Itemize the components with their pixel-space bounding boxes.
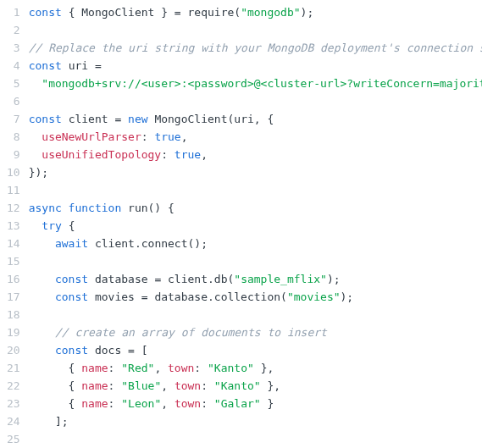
code-line: const { MongoClient } = require("mongodb… bbox=[29, 3, 482, 21]
code-line: { name: "Blue", town: "Kanto" }, bbox=[29, 377, 482, 395]
line-number: 13 bbox=[7, 217, 20, 235]
code-block: 1234567891011121314151617181920212223242… bbox=[0, 0, 482, 448]
code-line: const docs = [ bbox=[29, 341, 482, 359]
code-line bbox=[29, 430, 482, 448]
line-number: 8 bbox=[7, 128, 20, 146]
line-number: 7 bbox=[7, 110, 20, 128]
token-kw: new bbox=[128, 113, 154, 125]
line-number: 24 bbox=[7, 412, 20, 430]
token-pun bbox=[29, 130, 42, 143]
code-line: "mongodb+srv://<user>:<password>@<cluste… bbox=[29, 75, 482, 92]
token-pun bbox=[29, 77, 42, 90]
token-prop: town bbox=[175, 379, 201, 392]
code-line bbox=[29, 252, 482, 270]
token-pun: : bbox=[201, 397, 214, 410]
code-line: const client = new MongoClient(uri, { bbox=[29, 110, 482, 128]
line-number: 1 bbox=[7, 3, 20, 21]
token-pun: run() { bbox=[128, 202, 175, 214]
line-number: 12 bbox=[7, 199, 20, 217]
token-pun: }); bbox=[29, 166, 48, 179]
code-line: async function run() { bbox=[29, 199, 482, 217]
token-pun bbox=[29, 344, 55, 357]
line-number: 25 bbox=[7, 430, 20, 448]
line-number: 11 bbox=[7, 181, 20, 199]
token-prop: town bbox=[168, 362, 194, 374]
line-number: 3 bbox=[7, 39, 20, 57]
code-line bbox=[29, 306, 482, 324]
token-pun: : bbox=[161, 148, 175, 161]
token-prop: name bbox=[81, 362, 108, 374]
token-pun: : bbox=[201, 379, 214, 392]
token-str: "mongodb+srv://<user>:<password>@<cluste… bbox=[42, 77, 482, 90]
code-line: { name: "Leon", town: "Galar" } bbox=[29, 395, 482, 412]
code-line: }); bbox=[29, 163, 482, 181]
token-prop: name bbox=[81, 379, 108, 392]
token-pun: { bbox=[29, 362, 82, 374]
token-pun: movies = database.collection( bbox=[95, 290, 287, 303]
token-decl: const bbox=[29, 113, 69, 125]
token-decl: const bbox=[55, 273, 95, 285]
line-number: 9 bbox=[7, 146, 20, 163]
token-prop: useUnifiedTopology bbox=[42, 148, 161, 161]
token-str: "Blue" bbox=[121, 379, 161, 392]
token-str: "Kanto" bbox=[214, 379, 261, 392]
token-pun bbox=[29, 326, 55, 339]
token-bool: true bbox=[154, 130, 180, 143]
token-pun: , bbox=[161, 397, 175, 410]
token-pun bbox=[29, 290, 55, 303]
token-kw: async function bbox=[29, 202, 128, 214]
token-com: // create an array of documents to inser… bbox=[55, 326, 327, 339]
token-str: "mongodb" bbox=[241, 6, 300, 19]
code-line: const uri = bbox=[29, 57, 482, 75]
line-number: 18 bbox=[7, 306, 20, 324]
token-pun: , bbox=[201, 148, 208, 161]
line-number: 20 bbox=[7, 341, 20, 359]
code-line bbox=[29, 92, 482, 110]
token-kw: await bbox=[55, 237, 95, 250]
line-number: 16 bbox=[7, 270, 20, 288]
token-pun: }, bbox=[254, 362, 274, 374]
token-pun: docs = [ bbox=[95, 344, 148, 357]
token-pun: ); bbox=[301, 6, 314, 19]
line-number: 21 bbox=[7, 359, 20, 377]
token-pun bbox=[29, 237, 55, 250]
token-decl: const bbox=[29, 59, 69, 72]
token-str: "Red" bbox=[121, 362, 154, 374]
line-number: 2 bbox=[7, 21, 20, 39]
code-line: ]; bbox=[29, 412, 482, 430]
token-pun: { bbox=[29, 397, 82, 410]
line-number: 22 bbox=[7, 377, 20, 395]
token-com: // Replace the uri string with your Mong… bbox=[29, 41, 482, 54]
token-pun: : bbox=[108, 362, 122, 374]
code-line: useUnifiedTopology: true, bbox=[29, 146, 482, 163]
code-line: { name: "Red", town: "Kanto" }, bbox=[29, 359, 482, 377]
token-pun: : bbox=[108, 397, 122, 410]
token-prop: name bbox=[81, 397, 108, 410]
token-prop: town bbox=[175, 397, 201, 410]
token-str: "Kanto" bbox=[208, 362, 254, 374]
token-prop: useNewUrlParser bbox=[42, 130, 141, 143]
token-pun: , bbox=[154, 362, 168, 374]
token-pun: , bbox=[161, 379, 175, 392]
token-pun: } bbox=[261, 397, 274, 410]
token-pun: MongoClient(uri, { bbox=[154, 113, 274, 125]
token-pun: , bbox=[181, 130, 188, 143]
token-kw: try bbox=[42, 219, 68, 232]
token-pun bbox=[29, 219, 42, 232]
code-line: // create an array of documents to inser… bbox=[29, 324, 482, 341]
line-number: 17 bbox=[7, 288, 20, 306]
code-line: try { bbox=[29, 217, 482, 235]
token-pun: uri = bbox=[69, 59, 102, 72]
code-line: await client.connect(); bbox=[29, 235, 482, 252]
line-number: 19 bbox=[7, 324, 20, 341]
token-pun bbox=[29, 273, 55, 285]
line-number: 15 bbox=[7, 252, 20, 270]
code-area: const { MongoClient } = require("mongodb… bbox=[29, 3, 482, 448]
token-pun: : bbox=[108, 379, 122, 392]
token-pun: : bbox=[141, 130, 155, 143]
token-pun: }, bbox=[261, 379, 280, 392]
token-str: "sample_mflix" bbox=[234, 273, 327, 285]
code-line: // Replace the uri string with your Mong… bbox=[29, 39, 482, 57]
line-number: 23 bbox=[7, 395, 20, 412]
token-pun: ]; bbox=[29, 415, 69, 428]
